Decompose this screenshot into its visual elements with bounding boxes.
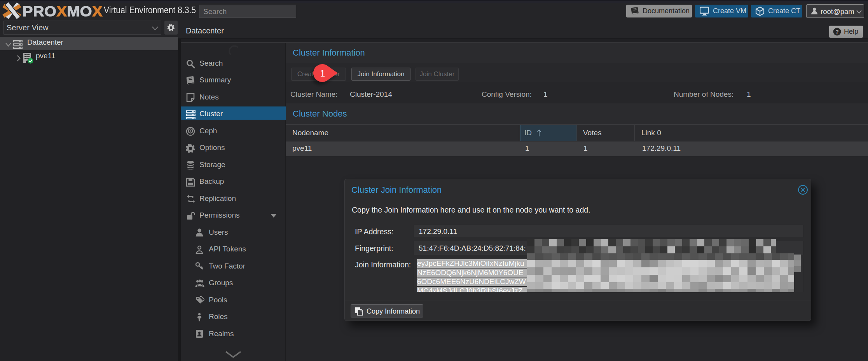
svg-text:?: ? — [835, 29, 839, 35]
svg-text:1: 1 — [320, 68, 325, 78]
